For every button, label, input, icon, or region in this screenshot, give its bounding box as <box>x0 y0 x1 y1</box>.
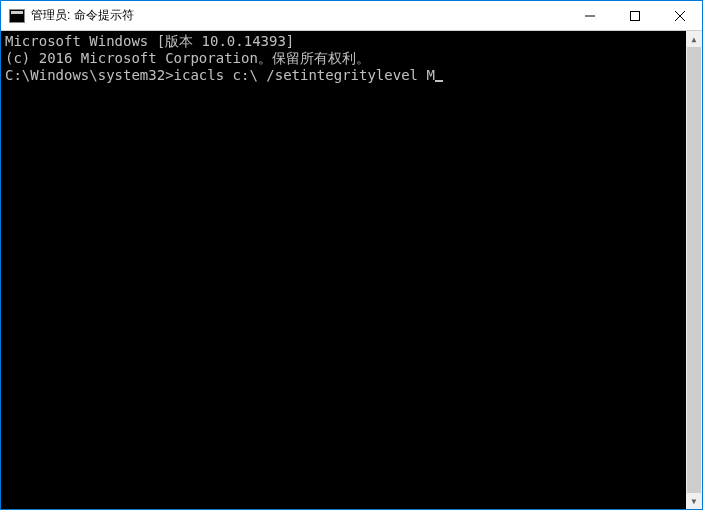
terminal-line: (c) 2016 Microsoft Corporation。保留所有权利。 <box>5 50 682 67</box>
svg-rect-1 <box>630 11 639 20</box>
titlebar[interactable]: 管理员: 命令提示符 <box>1 1 702 31</box>
scrollbar-thumb[interactable] <box>687 47 701 493</box>
window-controls <box>567 1 702 30</box>
command-prompt-window: 管理员: 命令提示符 Microsoft Windows [版本 10.0.14… <box>0 0 703 510</box>
scrollbar-up-button[interactable]: ▲ <box>686 31 702 47</box>
terminal-area: Microsoft Windows [版本 10.0.14393](c) 201… <box>1 31 702 509</box>
command-input: icacls c:\ /setintegritylevel M <box>174 67 435 83</box>
terminal-content[interactable]: Microsoft Windows [版本 10.0.14393](c) 201… <box>1 31 686 509</box>
scrollbar-down-button[interactable]: ▼ <box>686 493 702 509</box>
scrollbar[interactable]: ▲ ▼ <box>686 31 702 509</box>
cursor <box>435 80 443 82</box>
minimize-button[interactable] <box>567 1 612 30</box>
terminal-line: Microsoft Windows [版本 10.0.14393] <box>5 33 682 50</box>
prompt: C:\Windows\system32> <box>5 67 174 83</box>
cmd-icon <box>9 9 25 23</box>
maximize-button[interactable] <box>612 1 657 30</box>
close-button[interactable] <box>657 1 702 30</box>
window-title: 管理员: 命令提示符 <box>31 7 567 24</box>
